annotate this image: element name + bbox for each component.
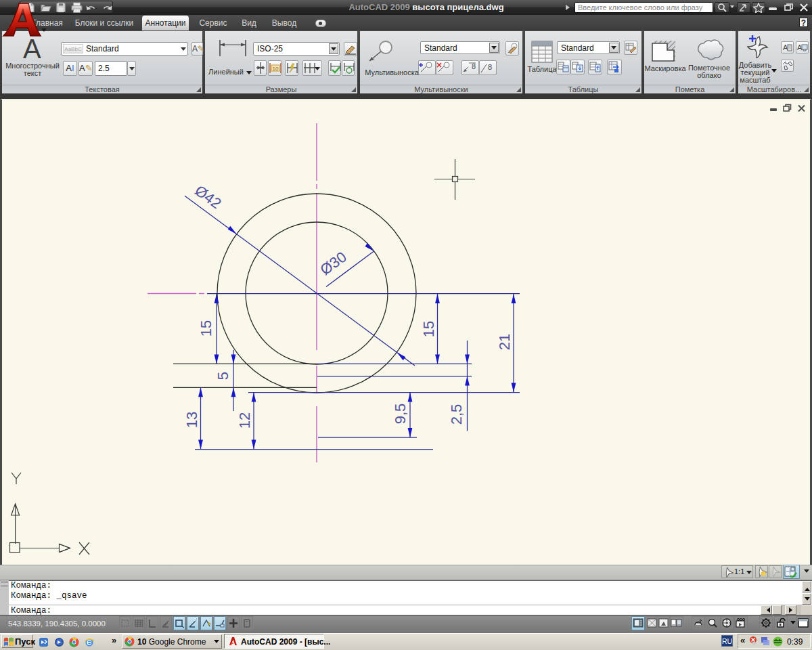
- svg-text:21: 21: [496, 334, 513, 350]
- svg-text:Ø42: Ø42: [191, 182, 224, 213]
- svg-text:9,5: 9,5: [392, 404, 409, 425]
- svg-text:5: 5: [215, 372, 231, 380]
- svg-text:15: 15: [198, 320, 215, 337]
- svg-text:8: 8: [472, 62, 476, 70]
- svg-text:2,5: 2,5: [448, 404, 465, 425]
- svg-text:12: 12: [236, 412, 253, 429]
- svg-text:8: 8: [488, 63, 492, 71]
- svg-text:10: 10: [273, 66, 279, 72]
- svg-text:13: 13: [183, 412, 200, 428]
- svg-text:15: 15: [420, 321, 437, 337]
- svg-text:Ø30: Ø30: [317, 248, 349, 279]
